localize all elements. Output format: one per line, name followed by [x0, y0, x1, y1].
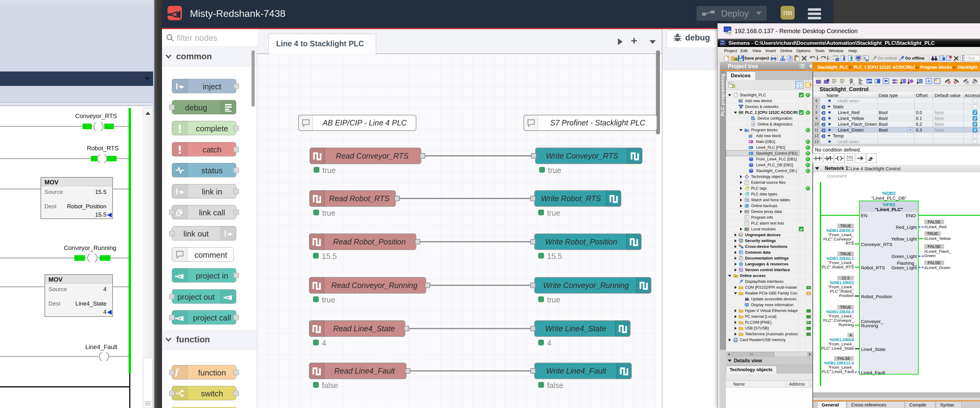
- svg-text:?: ?: [937, 59, 938, 62]
- svg-text:RT: RT: [865, 59, 869, 62]
- svg-text:?: ?: [748, 299, 749, 301]
- svg-text:01: 01: [836, 58, 839, 61]
- svg-text:i: i: [746, 216, 747, 219]
- svg-text:??: ??: [848, 156, 852, 160]
- svg-text:V: V: [752, 123, 754, 126]
- svg-text:?: ?: [808, 287, 809, 289]
